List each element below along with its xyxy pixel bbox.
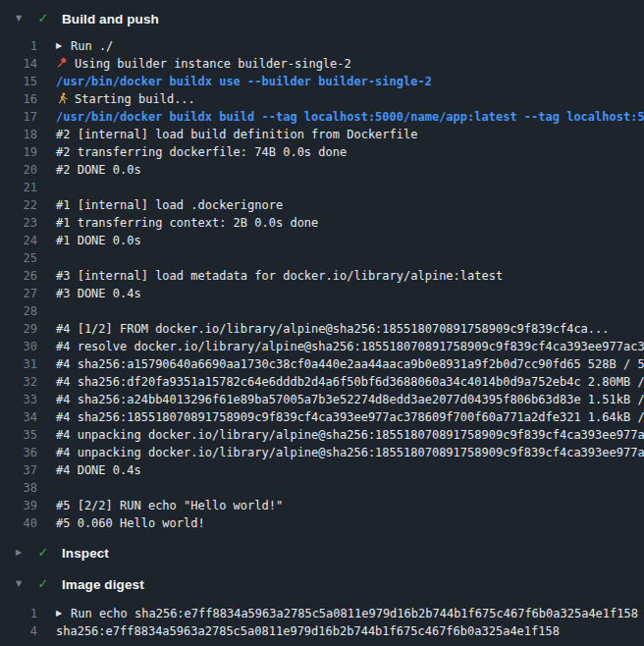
collapse-chevron-icon[interactable]: ▼: [12, 8, 26, 29]
section-header-inspect[interactable]: ▶ ✓ Inspect: [0, 542, 644, 564]
log-line: 28: [0, 302, 644, 320]
log-line: 37#4 DONE 0.4s: [0, 461, 644, 479]
line-number[interactable]: 23: [0, 214, 37, 232]
section-inspect: ▶ ✓ Inspect: [0, 542, 644, 564]
log-line: 32#4 sha256:df20fa9351a15782c64e6dddb2d4…: [0, 373, 644, 391]
log-text: #4 DONE 0.4s: [56, 461, 141, 479]
line-number[interactable]: 28: [0, 302, 37, 320]
log-line: 21: [0, 179, 644, 196]
line-number[interactable]: 36: [0, 444, 37, 461]
line-number[interactable]: 20: [0, 161, 37, 179]
log-line: 30#4 resolve docker.io/library/alpine@sh…: [0, 338, 644, 355]
collapse-chevron-icon[interactable]: ▼: [12, 573, 26, 595]
log-line: 25: [0, 249, 644, 267]
log-text: #3 [internal] load metadata for docker.i…: [56, 267, 503, 285]
line-number[interactable]: 30: [0, 338, 37, 355]
expand-run-icon[interactable]: ▶: [56, 605, 71, 622]
log-line: 1▶Run ./: [0, 37, 644, 55]
log-text: Using builder instance builder-single-2: [56, 55, 351, 73]
log-text: #5 [2/2] RUN echo "Hello world!": [56, 497, 283, 514]
log-line: 27#3 DONE 0.4s: [0, 285, 644, 302]
log-line: 16Starting build...: [0, 90, 644, 108]
actions-log-viewer: { "colors": { "background": "#1e242b", "…: [0, 0, 644, 646]
log-line: 26#3 [internal] load metadata for docker…: [0, 267, 644, 285]
log-line: 29#4 [1/2] FROM docker.io/library/alpine…: [0, 320, 644, 338]
success-check-icon: ✓: [35, 8, 51, 29]
log-line: 19#2 transferring dockerfile: 74B 0.0s d…: [0, 143, 644, 161]
log-line: 22#1 [internal] load .dockerignore: [0, 196, 644, 214]
line-number[interactable]: 33: [0, 391, 37, 408]
line-number[interactable]: 29: [0, 320, 37, 338]
log-line: 23#1 transferring context: 2B 0.0s done: [0, 214, 644, 232]
log-line: 20#2 DONE 0.0s: [0, 161, 644, 179]
log-text: #2 transferring dockerfile: 74B 0.0s don…: [56, 143, 347, 161]
log-text: #4 [1/2] FROM docker.io/library/alpine@s…: [56, 320, 610, 338]
line-number[interactable]: 26: [0, 267, 37, 285]
log-line: 15/usr/bin/docker buildx use --builder b…: [0, 73, 644, 90]
log-viewer: ▼ ✓ Build and push 1▶Run ./14Using build…: [0, 0, 644, 646]
log-line: 40#5 0.060 Hello world!: [0, 514, 644, 532]
line-number[interactable]: 1: [0, 37, 37, 55]
line-number[interactable]: 22: [0, 196, 37, 214]
line-number[interactable]: 18: [0, 126, 37, 143]
log-text: #4 unpacking docker.io/library/alpine@sh…: [56, 444, 644, 461]
runner-icon: [56, 90, 75, 108]
log-line: 35#4 unpacking docker.io/library/alpine@…: [0, 426, 644, 444]
log-text: #4 resolve docker.io/library/alpine@sha2…: [56, 338, 644, 355]
section-build-and-push: ▼ ✓ Build and push 1▶Run ./14Using build…: [0, 8, 644, 532]
log-line: 24#1 DONE 0.0s: [0, 232, 644, 249]
log-line: 17/usr/bin/docker buildx build --tag loc…: [0, 108, 644, 126]
line-number[interactable]: 15: [0, 73, 37, 90]
line-number[interactable]: 21: [0, 179, 37, 196]
log-text: #3 DONE 0.4s: [56, 285, 141, 302]
log-line: 36#4 unpacking docker.io/library/alpine@…: [0, 444, 644, 461]
line-number[interactable]: 25: [0, 249, 37, 267]
section-header-build-and-push[interactable]: ▼ ✓ Build and push: [0, 8, 644, 29]
log-text: #2 DONE 0.0s: [56, 161, 141, 179]
log-line: 1▶Run echo sha256:e7ff8834a5963a2785c5a0…: [0, 605, 644, 622]
section-title: Build and push: [62, 12, 159, 27]
line-number[interactable]: 35: [0, 426, 37, 444]
line-number[interactable]: 31: [0, 355, 37, 373]
line-number[interactable]: 16: [0, 90, 37, 108]
log-line: 39#5 [2/2] RUN echo "Hello world!": [0, 497, 644, 514]
run-command-toggle[interactable]: ▶Run echo sha256:e7ff8834a5963a2785c5a08…: [56, 605, 638, 622]
log-text: #2 [internal] load build definition from…: [56, 126, 417, 143]
log-text: #1 DONE 0.0s: [56, 232, 141, 249]
pushpin-icon: [56, 55, 75, 73]
line-number[interactable]: 24: [0, 232, 37, 249]
line-number[interactable]: 27: [0, 285, 37, 302]
log-text: /usr/bin/docker buildx use --builder bui…: [56, 73, 432, 90]
log-text: #4 sha256:a15790640a6690aa1730c38cf0a440…: [56, 355, 644, 373]
line-number[interactable]: 19: [0, 143, 37, 161]
success-check-icon: ✓: [35, 542, 51, 564]
line-number[interactable]: 14: [0, 55, 37, 73]
expand-run-icon[interactable]: ▶: [56, 37, 71, 55]
log-text: /usr/bin/docker buildx build --tag local…: [56, 108, 644, 126]
section-title: Inspect: [62, 546, 109, 561]
line-number[interactable]: 34: [0, 408, 37, 426]
log-line: 34#4 sha256:185518070891758909c9f839cf4c…: [0, 408, 644, 426]
line-number[interactable]: 32: [0, 373, 37, 391]
log-text: Starting build...: [56, 90, 195, 108]
log-line: 33#4 sha256:a24bb4013296f61e89ba57005a7b…: [0, 391, 644, 408]
line-number[interactable]: 37: [0, 461, 37, 479]
log-line: 38: [0, 479, 644, 497]
line-number[interactable]: 38: [0, 479, 37, 497]
log-text: #4 sha256:a24bb4013296f61e89ba57005a7b3e…: [56, 391, 644, 408]
expand-chevron-icon[interactable]: ▶: [12, 542, 26, 564]
log-text: #4 sha256:185518070891758909c9f839cf4ca3…: [56, 408, 644, 426]
log-line: 31#4 sha256:a15790640a6690aa1730c38cf0a4…: [0, 355, 644, 373]
run-command-toggle[interactable]: ▶Run ./: [56, 37, 113, 55]
line-number[interactable]: 1: [0, 605, 37, 622]
log-line: 14Using builder instance builder-single-…: [0, 55, 644, 73]
line-number[interactable]: 17: [0, 108, 37, 126]
line-number[interactable]: 39: [0, 497, 37, 514]
line-number[interactable]: 4: [0, 622, 37, 640]
log-text: #1 transferring context: 2B 0.0s done: [56, 214, 318, 232]
line-number[interactable]: 40: [0, 514, 37, 532]
log-lines: 1▶Run ./14Using builder instance builder…: [0, 37, 644, 532]
section-header-image-digest[interactable]: ▼ ✓ Image digest: [0, 573, 644, 595]
log-line: 18#2 [internal] load build definition fr…: [0, 126, 644, 143]
section-title: Image digest: [62, 577, 144, 592]
